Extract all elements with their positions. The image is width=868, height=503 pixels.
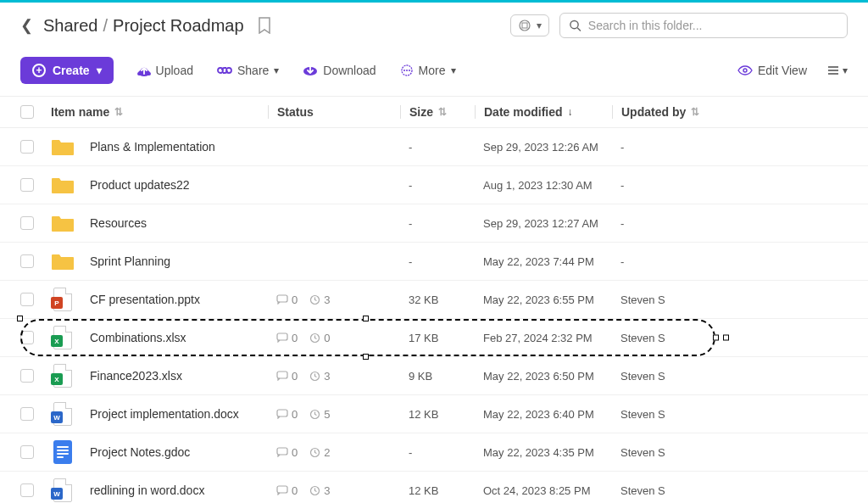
file-name[interactable]: Sprint Planning bbox=[90, 254, 170, 268]
share-button[interactable]: Share ▾ bbox=[217, 64, 279, 77]
selection-handle[interactable] bbox=[723, 335, 729, 341]
file-type-icon bbox=[51, 440, 75, 464]
file-name[interactable]: Plans & Implementation bbox=[90, 140, 215, 154]
file-date: Feb 27, 2024 2:32 PM bbox=[483, 332, 593, 344]
more-label: More bbox=[419, 64, 446, 77]
sort-icon: ⇅ bbox=[114, 106, 123, 118]
file-name[interactable]: Resources bbox=[90, 216, 147, 230]
file-type-icon: W bbox=[51, 402, 75, 426]
selection-handle[interactable] bbox=[363, 316, 369, 321]
svg-rect-20 bbox=[277, 372, 287, 378]
list-density-button[interactable]: ▾ bbox=[827, 64, 848, 76]
svg-rect-26 bbox=[277, 486, 287, 493]
comments-count[interactable]: 0 bbox=[276, 293, 298, 306]
file-name[interactable]: Project implementation.docx bbox=[90, 407, 239, 421]
file-name[interactable]: CF presentation.pptx bbox=[90, 293, 200, 306]
history-count[interactable]: 3 bbox=[309, 370, 330, 383]
row-checkbox[interactable] bbox=[20, 140, 34, 154]
file-name[interactable]: Finance2023.xlsx bbox=[90, 369, 182, 383]
row-checkbox[interactable] bbox=[20, 369, 34, 383]
table-row[interactable]: Project Notes.gdoc 0 2-May 22, 2023 4:35… bbox=[0, 433, 868, 472]
table-row[interactable]: Product updates22-Aug 1, 2023 12:30 AM- bbox=[0, 166, 868, 204]
comments-count[interactable]: 0 bbox=[276, 332, 298, 344]
file-type-icon: P bbox=[51, 288, 75, 311]
comments-count[interactable]: 0 bbox=[276, 408, 298, 421]
file-type-icon bbox=[51, 135, 75, 159]
column-updated-header[interactable]: Updated by ⇅ bbox=[612, 105, 744, 119]
file-size: - bbox=[409, 217, 412, 230]
toolbar: + Create ▾ Upload Share ▾ Download More … bbox=[0, 48, 868, 97]
create-button[interactable]: + Create ▾ bbox=[20, 57, 114, 84]
upload-button[interactable]: Upload bbox=[137, 64, 193, 77]
upload-icon bbox=[137, 64, 151, 77]
back-chevron-icon[interactable]: ❮ bbox=[20, 16, 33, 35]
file-name[interactable]: Product updates22 bbox=[90, 178, 190, 192]
table-row[interactable]: Resources-Sep 29, 2023 12:27 AM- bbox=[0, 204, 868, 243]
svg-rect-24 bbox=[277, 448, 287, 455]
comments-count[interactable]: 0 bbox=[276, 446, 298, 459]
file-date: May 22, 2023 7:44 PM bbox=[483, 255, 594, 268]
row-checkbox[interactable] bbox=[20, 407, 34, 421]
edit-view-button[interactable]: Edit View bbox=[737, 64, 807, 77]
comments-count[interactable]: 0 bbox=[276, 484, 298, 497]
file-name[interactable]: Combinations.xlsx bbox=[90, 331, 186, 344]
bookmark-icon[interactable] bbox=[258, 17, 271, 34]
selection-handle[interactable] bbox=[713, 335, 719, 341]
svg-point-2 bbox=[570, 20, 578, 28]
sort-down-icon: ↓ bbox=[568, 106, 573, 118]
history-count[interactable]: 0 bbox=[309, 332, 330, 344]
svg-point-9 bbox=[403, 70, 405, 71]
column-size-header[interactable]: Size ⇅ bbox=[400, 105, 475, 119]
history-count[interactable]: 3 bbox=[309, 293, 330, 306]
column-name-header[interactable]: Item name ⇅ bbox=[51, 105, 268, 119]
search-input[interactable] bbox=[588, 19, 838, 32]
grid-icon bbox=[518, 19, 531, 32]
row-checkbox[interactable] bbox=[20, 331, 34, 344]
table-row[interactable]: XFinance2023.xlsx 0 39 KBMay 22, 2023 6:… bbox=[0, 357, 868, 395]
table-row[interactable]: WProject implementation.docx 0 512 KBMay… bbox=[0, 395, 868, 433]
select-all-checkbox[interactable] bbox=[20, 105, 34, 119]
file-date: Aug 1, 2023 12:30 AM bbox=[483, 179, 593, 192]
breadcrumb-root[interactable]: Shared bbox=[43, 16, 98, 36]
svg-point-11 bbox=[409, 70, 410, 71]
file-date: May 22, 2023 6:40 PM bbox=[483, 408, 594, 421]
table-row[interactable]: Wredlining in word.docx 0 312 KBOct 24, … bbox=[0, 472, 868, 503]
search-icon bbox=[569, 19, 581, 32]
row-checkbox[interactable] bbox=[20, 178, 34, 192]
history-count[interactable]: 5 bbox=[309, 408, 330, 421]
file-size: - bbox=[409, 255, 412, 268]
file-size: 32 KB bbox=[409, 293, 438, 306]
svg-rect-1 bbox=[522, 23, 527, 28]
share-label: Share bbox=[237, 64, 269, 77]
column-status-header[interactable]: Status bbox=[268, 105, 400, 119]
chevron-down-icon: ▾ bbox=[274, 64, 279, 76]
svg-line-3 bbox=[577, 28, 581, 31]
table-header: Item name ⇅ Status Size ⇅ Date modified … bbox=[0, 97, 868, 128]
history-count[interactable]: 3 bbox=[309, 484, 330, 497]
file-name[interactable]: Project Notes.gdoc bbox=[90, 445, 190, 459]
file-size: - bbox=[409, 446, 412, 459]
table-row[interactable]: Sprint Planning-May 22, 2023 7:44 PM- bbox=[0, 243, 868, 281]
row-checkbox[interactable] bbox=[20, 216, 34, 230]
table-row[interactable]: PCF presentation.pptx 0 332 KBMay 22, 20… bbox=[0, 281, 868, 319]
selection-handle[interactable] bbox=[17, 316, 23, 321]
view-mode-dropdown[interactable]: ▾ bbox=[510, 14, 549, 36]
svg-rect-22 bbox=[277, 410, 287, 416]
search-box[interactable] bbox=[559, 13, 848, 38]
row-checkbox[interactable] bbox=[20, 483, 34, 497]
table-row[interactable]: Plans & Implementation-Sep 29, 2023 12:2… bbox=[0, 128, 868, 166]
file-date: May 22, 2023 6:55 PM bbox=[483, 293, 594, 306]
row-checkbox[interactable] bbox=[20, 445, 34, 459]
table-row[interactable]: XCombinations.xlsx 0 017 KBFeb 27, 2024 … bbox=[0, 319, 868, 357]
more-button[interactable]: More ▾ bbox=[400, 64, 456, 77]
file-updated-by: Steven S bbox=[620, 293, 665, 306]
svg-point-12 bbox=[743, 69, 747, 72]
row-checkbox[interactable] bbox=[20, 254, 34, 268]
column-date-header[interactable]: Date modified ↓ bbox=[475, 105, 612, 119]
comments-count[interactable]: 0 bbox=[276, 370, 298, 383]
file-name[interactable]: redlining in word.docx bbox=[90, 483, 204, 497]
download-button[interactable]: Download bbox=[303, 64, 376, 77]
row-checkbox[interactable] bbox=[20, 293, 34, 306]
more-icon bbox=[400, 64, 414, 77]
history-count[interactable]: 2 bbox=[309, 446, 330, 459]
